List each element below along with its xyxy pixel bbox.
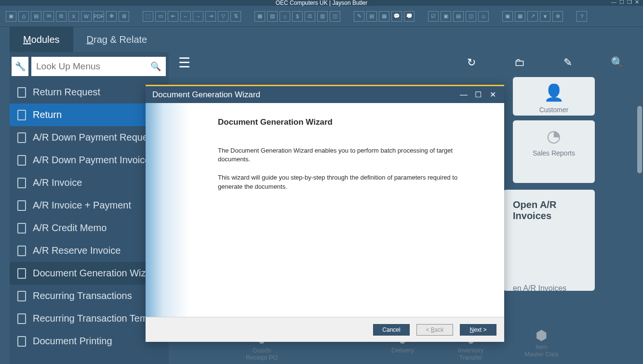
- toolbar-icon[interactable]: ⇤: [168, 11, 178, 22]
- settings-icon[interactable]: 🔧: [12, 57, 28, 76]
- toolbar-icon[interactable]: ←: [180, 11, 191, 22]
- workspace-toolbar: ☰ ↻ 🗀 ✎ 🔍: [178, 48, 624, 77]
- tile-sales-reports[interactable]: ◔ Sales Reports: [513, 120, 595, 183]
- dialog-minimize-icon[interactable]: —: [459, 90, 469, 100]
- search-input[interactable]: [36, 61, 150, 72]
- folder-icon[interactable]: 🗀: [514, 56, 525, 69]
- menu-item-ar-down-payment-request[interactable]: A/R Down Payment Request: [10, 126, 169, 149]
- toolbar-icon[interactable]: ▣: [441, 11, 451, 22]
- left-panel: 🔧 🔍 Return Request Return A/R Down Payme…: [10, 52, 169, 364]
- document-icon: [17, 246, 26, 256]
- dialog-heading: Document Generation Wizard: [218, 117, 475, 127]
- toolbar-icon[interactable]: ⇥: [205, 11, 216, 22]
- window-min-icon[interactable]: —: [611, 0, 616, 5]
- toolbar-icon[interactable]: ☑: [428, 11, 439, 22]
- toolbar-icon[interactable]: ⊕: [552, 11, 563, 22]
- toolbar-icon[interactable]: ✎: [354, 11, 364, 22]
- menu-item-doc-generation-wizard[interactable]: Document Generation Wizard: [10, 262, 169, 285]
- document-icon: [17, 200, 26, 211]
- toolbar-icon[interactable]: ▥: [317, 11, 328, 22]
- toolbar-icon[interactable]: ▧: [267, 11, 278, 22]
- next-button[interactable]: Next >: [460, 324, 496, 336]
- toolbar-icon[interactable]: ▭: [155, 11, 166, 22]
- flow-item-master[interactable]: ⬢ ItemMaster Data: [524, 327, 559, 358]
- toolbar-icon[interactable]: ⎙: [18, 11, 29, 22]
- toolbar-icon[interactable]: →: [193, 11, 203, 22]
- toolbar-icon[interactable]: ⧉: [56, 11, 67, 22]
- toolbar-icon[interactable]: $: [292, 11, 303, 22]
- toolbar-icon[interactable]: ▤: [31, 11, 41, 22]
- toolbar-icon[interactable]: ✥: [106, 11, 117, 22]
- toolbar-icon[interactable]: ☺: [478, 11, 489, 22]
- document-icon: [17, 155, 26, 166]
- back-button: < Back: [416, 324, 453, 336]
- toolbar-icon[interactable]: PDF: [94, 11, 104, 22]
- toolbar-icon[interactable]: ◫: [330, 11, 340, 22]
- toolbar-icon[interactable]: ▦: [379, 11, 389, 22]
- dialog-maximize-icon[interactable]: ☐: [473, 90, 483, 100]
- dialog-paragraph: The Document Generation Wizard enables y…: [218, 146, 475, 164]
- toolbar-icon[interactable]: ⇅: [230, 11, 241, 22]
- cube-icon: ⬢: [524, 327, 559, 343]
- toolbar-icon[interactable]: ▦: [255, 11, 265, 22]
- cancel-button[interactable]: Cancel: [373, 324, 410, 336]
- toolbar-icon[interactable]: ⬚: [143, 11, 153, 22]
- refresh-icon[interactable]: ↻: [467, 56, 476, 69]
- menu-item-document-printing[interactable]: Document Printing: [10, 330, 169, 352]
- search-box[interactable]: 🔍: [31, 57, 166, 76]
- tile-open-ar-invoices[interactable]: Open A/R Invoices en A/R Invoices: [503, 190, 595, 291]
- dialog-paragraph: This wizard will guide you step-by-step …: [218, 173, 475, 191]
- toolbar-icon[interactable]: ▼: [540, 11, 550, 22]
- app-title-bar: OEC Computers UK | Jayson Butler — ☐ ❐ ✕: [0, 0, 643, 6]
- hamburger-icon[interactable]: ☰: [178, 55, 190, 71]
- dialog-footer: Cancel < Back Next >: [146, 317, 504, 342]
- search-icon[interactable]: 🔍: [611, 56, 624, 69]
- menu-item-ar-invoice[interactable]: A/R Invoice: [10, 171, 169, 194]
- dialog-titlebar[interactable]: Document Generation Wizard — ☐ ✕: [146, 85, 504, 103]
- toolbar-icon[interactable]: ⌂: [280, 11, 290, 22]
- scrollbar-thumb[interactable]: [637, 106, 642, 173]
- toolbar-help-icon[interactable]: ?: [576, 11, 587, 22]
- toolbar-icon[interactable]: ◫: [466, 11, 476, 22]
- tab-drag-relate[interactable]: Drag & Relate: [73, 27, 161, 52]
- menu-item-return-request[interactable]: Return Request: [10, 81, 169, 104]
- toolbar-icon[interactable]: ▦: [515, 11, 525, 22]
- tile-customer[interactable]: 👤 Customer: [513, 77, 595, 116]
- toolbar-icon[interactable]: ↗: [527, 11, 538, 22]
- customer-icon: 👤: [519, 83, 589, 102]
- toolbar-icon[interactable]: 💬: [391, 11, 402, 22]
- document-icon: [17, 132, 26, 143]
- search-icon[interactable]: 🔍: [150, 61, 161, 72]
- toolbar-icon[interactable]: ⊞: [119, 11, 129, 22]
- menu-item-return[interactable]: Return: [10, 104, 169, 126]
- window-max-icon[interactable]: ☐: [619, 0, 624, 5]
- document-icon: [17, 223, 26, 234]
- window-controls: — ☐ ❐ ✕: [611, 0, 639, 5]
- toolbar-icon[interactable]: ⚖: [305, 11, 315, 22]
- menu-item-recurring-transaction-templates[interactable]: Recurring Transaction Templates: [10, 307, 169, 330]
- toolbar-icon[interactable]: ▣: [6, 11, 16, 22]
- toolbar-icon[interactable]: ▽: [218, 11, 228, 22]
- toolbar-icon[interactable]: W: [81, 11, 92, 22]
- menu-item-ar-reserve-invoice[interactable]: A/R Reserve Invoice: [10, 239, 169, 262]
- toolbar-icon[interactable]: 💭: [404, 11, 415, 22]
- tab-modules[interactable]: Modules: [10, 27, 73, 52]
- menu-item-ar-down-payment-invoice[interactable]: A/R Down Payment Invoice: [10, 149, 169, 171]
- dialog-title-text: Document Generation Wizard: [152, 90, 260, 100]
- window-restore-icon[interactable]: ❐: [627, 0, 632, 5]
- dialog-content: Document Generation Wizard The Document …: [189, 103, 504, 317]
- toolbar-icon[interactable]: ▤: [366, 11, 377, 22]
- chart-icon: ◔: [519, 126, 589, 145]
- toolbar-icon[interactable]: ▤: [453, 11, 464, 22]
- main-toolbar: ▣ ⎙ ▤ ✉ ⧉ X W PDF ✥ ⊞ ⬚ ▭ ⇤ ← → ⇥ ▽ ⇅ ▦ …: [0, 6, 643, 27]
- document-icon: [17, 178, 26, 188]
- dialog-close-icon[interactable]: ✕: [488, 90, 497, 100]
- edit-icon[interactable]: ✎: [563, 56, 572, 69]
- menu-item-recurring-transactions[interactable]: Recurring Transactions: [10, 285, 169, 307]
- toolbar-icon[interactable]: X: [68, 11, 79, 22]
- toolbar-icon[interactable]: ▣: [502, 11, 513, 22]
- menu-item-ar-invoice-payment[interactable]: A/R Invoice + Payment: [10, 194, 169, 217]
- window-close-icon[interactable]: ✕: [635, 0, 639, 5]
- menu-item-ar-credit-memo[interactable]: A/R Credit Memo: [10, 217, 169, 239]
- toolbar-icon[interactable]: ✉: [43, 11, 54, 22]
